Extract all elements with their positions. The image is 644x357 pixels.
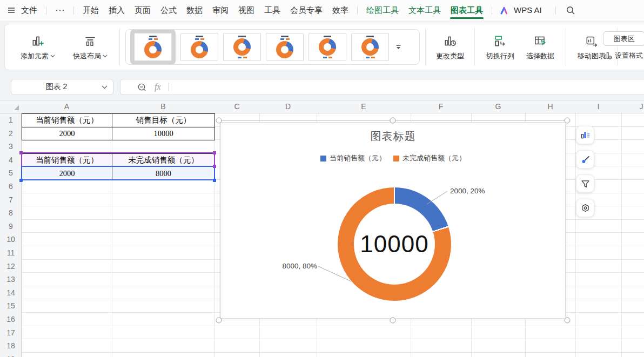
resize-handle-top-right[interactable] bbox=[565, 118, 571, 124]
resize-handle-bottom-right[interactable] bbox=[565, 318, 571, 324]
column-header-a[interactable]: A bbox=[22, 100, 112, 113]
chart-style-3[interactable] bbox=[223, 33, 261, 61]
chart-style-2[interactable] bbox=[180, 33, 218, 61]
column-header-h[interactable]: H bbox=[525, 100, 575, 113]
cell-b2[interactable]: 10000 bbox=[112, 127, 215, 141]
row-header-18[interactable]: 18 bbox=[0, 339, 22, 353]
cell-a2[interactable]: 2000 bbox=[22, 127, 112, 141]
chart-settings-button[interactable] bbox=[576, 199, 594, 217]
tab-text-tools[interactable]: 文本工具 bbox=[408, 0, 441, 21]
row-header-7[interactable]: 7 bbox=[0, 193, 22, 207]
chart-style-4[interactable] bbox=[266, 33, 304, 61]
row-header-12[interactable]: 12 bbox=[0, 260, 22, 273]
row-header-5[interactable]: 5 bbox=[0, 166, 22, 180]
menu-review[interactable]: 审阅 bbox=[212, 0, 229, 21]
row-header-1[interactable]: 1 bbox=[0, 113, 22, 127]
search-icon[interactable] bbox=[565, 5, 576, 16]
row-header-9[interactable]: 9 bbox=[0, 220, 22, 233]
row-header-3[interactable]: 3 bbox=[0, 140, 22, 153]
add-element-button[interactable]: 添加元素 bbox=[16, 34, 60, 60]
resize-handle-bottom-mid[interactable] bbox=[390, 318, 396, 324]
column-header-j[interactable]: J bbox=[621, 100, 644, 113]
range-handle[interactable] bbox=[213, 165, 216, 168]
cell-a1[interactable]: 当前销售额（元） bbox=[22, 114, 112, 127]
column-header-d[interactable]: D bbox=[259, 100, 317, 113]
chart-legend[interactable]: 当前销售额（元） 未完成销售额（元） bbox=[221, 153, 565, 163]
menu-member[interactable]: 会员专享 bbox=[290, 0, 323, 21]
zoom-out-icon[interactable] bbox=[137, 82, 147, 92]
row-header-15[interactable]: 15 bbox=[0, 299, 22, 313]
formula-input[interactable]: fx bbox=[120, 79, 644, 95]
column-header-g[interactable]: G bbox=[471, 100, 525, 113]
name-box[interactable]: 图表 2 bbox=[11, 79, 113, 95]
menu-file[interactable]: 文件 bbox=[21, 0, 37, 21]
range-handle[interactable] bbox=[213, 179, 216, 182]
column-header-c[interactable]: C bbox=[214, 100, 259, 113]
chart-style-button[interactable] bbox=[576, 150, 594, 169]
menu-insert[interactable]: 插入 bbox=[109, 0, 125, 21]
select-all-corner[interactable] bbox=[14, 105, 19, 110]
more-menu-button[interactable]: ⋯ bbox=[55, 0, 65, 21]
column-header-i[interactable]: I bbox=[575, 100, 621, 113]
row-header-17[interactable]: 17 bbox=[0, 326, 22, 340]
chart-style-6[interactable] bbox=[351, 33, 389, 61]
range-handle[interactable] bbox=[19, 179, 23, 182]
wps-ai-button[interactable]: WPS AI bbox=[500, 0, 542, 21]
menu-formula[interactable]: 公式 bbox=[160, 0, 177, 21]
row-header-16[interactable]: 16 bbox=[0, 313, 22, 326]
chart-filter-button[interactable] bbox=[576, 174, 594, 193]
hamburger-menu-icon[interactable] bbox=[6, 5, 16, 15]
chart-style-5[interactable] bbox=[308, 33, 346, 61]
gallery-expand-button[interactable] bbox=[395, 44, 402, 51]
menu-page[interactable]: 页面 bbox=[135, 0, 151, 21]
column-header-f[interactable]: F bbox=[411, 100, 471, 113]
chart-category-range-highlight[interactable] bbox=[21, 152, 215, 167]
name-box-value: 图表 2 bbox=[11, 82, 102, 92]
row-header-8[interactable]: 8 bbox=[0, 206, 22, 220]
spreadsheet-grid[interactable]: A B C D E F G H I J 1 2 3 4 5 6 7 8 9 10… bbox=[0, 100, 644, 357]
quick-layout-button[interactable]: 快速布局 bbox=[66, 34, 114, 60]
column-header-b[interactable]: B bbox=[112, 100, 214, 113]
row-header-2[interactable]: 2 bbox=[0, 127, 22, 140]
legend-item[interactable]: 未完成销售额（元） bbox=[393, 153, 466, 163]
row-header-11[interactable]: 11 bbox=[0, 246, 22, 260]
switch-row-col-button[interactable]: 切换行列 bbox=[480, 34, 520, 60]
chart-elements-button[interactable] bbox=[576, 126, 594, 144]
chart[interactable]: 图表标题 当前销售额（元） 未完成销售额（元） 10000 2000, 20% … bbox=[220, 122, 566, 319]
cell-b1[interactable]: 销售目标（元） bbox=[112, 114, 215, 127]
chart-style-thumb-selected[interactable] bbox=[130, 30, 176, 64]
data-label-blue[interactable]: 2000, 20% bbox=[450, 187, 485, 195]
menu-view[interactable]: 视图 bbox=[238, 0, 254, 21]
column-header-e[interactable]: E bbox=[317, 100, 411, 113]
row-header-10[interactable]: 10 bbox=[0, 233, 22, 246]
menu-home[interactable]: 开始 bbox=[83, 0, 99, 21]
row-header-19[interactable]: 19 bbox=[0, 353, 22, 357]
set-format-button[interactable]: 设置格式 bbox=[603, 51, 644, 60]
resize-handle-bottom-left[interactable] bbox=[216, 318, 222, 324]
data-label-orange[interactable]: 8000, 80% bbox=[275, 262, 317, 270]
select-data-label: 选择数据 bbox=[526, 52, 554, 60]
menu-data[interactable]: 数据 bbox=[186, 0, 203, 21]
range-handle[interactable] bbox=[19, 151, 23, 154]
menu-tools[interactable]: 工具 bbox=[264, 0, 280, 21]
change-type-button[interactable]: 更改类型 bbox=[431, 34, 469, 60]
fx-icon[interactable]: fx bbox=[155, 82, 161, 92]
menu-efficiency[interactable]: 效率 bbox=[332, 0, 348, 21]
row-header-14[interactable]: 14 bbox=[0, 286, 22, 300]
range-handle[interactable] bbox=[213, 151, 216, 154]
tab-chart-tools[interactable]: 图表工具 bbox=[451, 0, 483, 21]
tab-drawing-tools[interactable]: 绘图工具 bbox=[366, 0, 399, 21]
chart-value-range-highlight[interactable] bbox=[21, 166, 215, 180]
legend-item[interactable]: 当前销售额（元） bbox=[320, 153, 386, 163]
resize-handle-top-left[interactable] bbox=[216, 118, 222, 124]
row-header-4[interactable]: 4 bbox=[0, 153, 22, 167]
select-data-button[interactable]: 选择数据 bbox=[520, 34, 560, 60]
chart-element-select[interactable]: 图表区 bbox=[603, 31, 644, 46]
donut-hole: 10000 bbox=[354, 204, 435, 285]
switch-row-col-icon bbox=[493, 34, 507, 48]
donut-center-value[interactable]: 10000 bbox=[360, 231, 428, 258]
resize-handle-top-mid[interactable] bbox=[390, 118, 396, 124]
row-header-13[interactable]: 13 bbox=[0, 273, 22, 286]
row-header-6[interactable]: 6 bbox=[0, 180, 22, 193]
chart-title[interactable]: 图表标题 bbox=[221, 129, 565, 144]
